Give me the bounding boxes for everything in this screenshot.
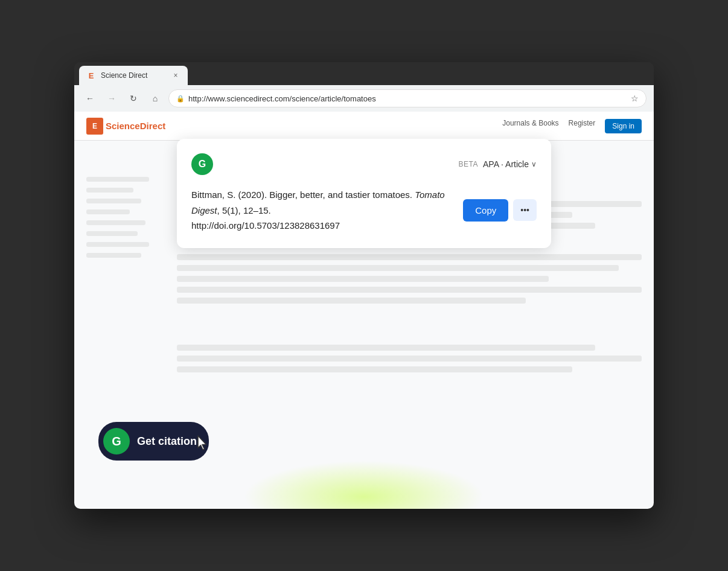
get-citation-button[interactable]: G Get citation <box>98 422 209 461</box>
tab-favicon: E <box>86 71 96 80</box>
tab-bar: E Science Direct × <box>74 62 654 85</box>
browser-window: E Science Direct × ← → ↻ ⌂ 🔒 http://www.… <box>74 62 654 509</box>
browser-tab[interactable]: E Science Direct × <box>79 66 188 85</box>
sd-logo: E ScienceDirect <box>86 118 165 135</box>
sidebar-line <box>86 188 133 193</box>
home-button[interactable]: ⌂ <box>147 90 164 107</box>
citation-pages: 12–15. <box>241 205 271 215</box>
sidebar-line <box>86 209 130 214</box>
citation-body: Bittman, S. (2020). Bigger, better, and … <box>191 187 453 234</box>
citation-text: Bittman, S. (2020). Bigger, better, and … <box>191 187 453 234</box>
sidebar-line <box>86 177 149 182</box>
sidebar-line <box>86 231 138 236</box>
sd-topbar: E ScienceDirect Journals & Books Registe… <box>74 112 654 141</box>
more-options-button[interactable]: ••• <box>513 199 537 221</box>
get-citation-label: Get citation <box>137 435 197 448</box>
forward-button[interactable]: → <box>103 90 120 107</box>
copy-button[interactable]: Copy <box>463 199 508 222</box>
sidebar-line <box>86 220 145 225</box>
signin-button[interactable]: Sign in <box>605 119 642 133</box>
tab-title: Science Direct <box>101 71 166 80</box>
back-button[interactable]: ← <box>81 90 98 107</box>
citation-comma: , <box>217 205 222 215</box>
page-content: E ScienceDirect Journals & Books Registe… <box>74 112 654 509</box>
popup-header: G BETA APA · Article ∨ <box>191 153 537 175</box>
nav-journals[interactable]: Journals & Books <box>502 119 558 133</box>
nav-register[interactable]: Register <box>569 119 596 133</box>
lock-icon: 🔒 <box>176 95 185 103</box>
tab-close-button[interactable]: × <box>171 71 180 80</box>
citation-author-year: Bittman, S. (2020). Bigger, better, and … <box>191 190 415 200</box>
chevron-down-icon: ∨ <box>531 160 537 168</box>
sidebar-line <box>86 242 149 247</box>
reload-button[interactable]: ↻ <box>125 90 142 107</box>
sd-nav-links: Journals & Books Register Sign in <box>175 119 642 133</box>
citation-actions: Copy ••• <box>463 199 537 222</box>
citation-doi: http://doi.org/10.5703/123828631697 <box>191 220 340 231</box>
citation-issue: (1), <box>227 205 241 215</box>
url-bar[interactable]: 🔒 http://www.sciencedirect.com/science/a… <box>168 89 647 107</box>
popup-header-right: BETA APA · Article ∨ <box>223 159 537 169</box>
citation-format-label: APA · Article <box>483 159 529 169</box>
sd-logo-text: ScienceDirect <box>106 121 165 131</box>
sd-logo-icon: E <box>86 118 103 135</box>
url-text: http://www.sciencedirect.com/science/art… <box>188 94 627 103</box>
nav-bar: ← → ↻ ⌂ 🔒 http://www.sciencedirect.com/s… <box>74 85 654 112</box>
beta-badge: BETA <box>459 160 478 168</box>
citation-format-selector[interactable]: APA · Article ∨ <box>483 159 537 169</box>
citation-content-row: Bittman, S. (2020). Bigger, better, and … <box>191 187 537 234</box>
bookmark-icon[interactable]: ☆ <box>631 94 639 103</box>
grammarly-logo: G <box>191 153 213 175</box>
sidebar-line <box>86 199 141 203</box>
sidebar-lines <box>86 177 165 264</box>
citation-volume: 5 <box>222 205 227 215</box>
citation-popup: G BETA APA · Article ∨ Bittman, S. (2020… <box>177 139 551 248</box>
sidebar-line <box>86 253 141 258</box>
get-citation-grammarly-icon: G <box>103 428 130 455</box>
